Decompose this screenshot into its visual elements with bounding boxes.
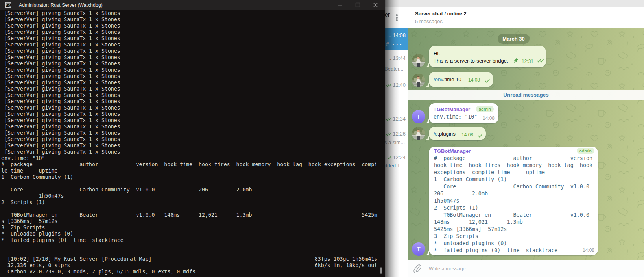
chat-item-time: 12:26 [386,131,406,137]
command-link[interactable]: /c [434,131,437,137]
message-time: 14:08 [468,77,480,83]
telegram-titlebar [384,0,644,7]
check-icon [485,77,490,84]
avatar-user-photo[interactable] [412,127,425,140]
command-prompt-icon: C:\ [5,2,11,9]
message-time: 12:31 [522,59,533,64]
message-time: 14:08 [583,247,594,253]
paperclip-icon[interactable] [413,264,422,275]
chat-list[interactable]: er ... 14:08 #··· .. 13:44 Beater... 12:… [384,7,408,277]
chat-item-time: ... 14:08 [387,32,406,38]
chat-item-preview: Beater... [384,66,403,72]
close-button[interactable] [367,0,384,10]
double-check-icon [386,116,392,122]
message-composer[interactable]: Write a message... [408,260,644,277]
message-mono-block: # package author version hook time hook … [434,155,592,254]
telegram-window: er ... 14:08 #··· .. 13:44 Beater... 12:… [384,0,644,277]
message-bubble[interactable]: /env.time 10 14:08 [429,72,493,87]
message-time: 14:08 [483,115,495,121]
kebab-menu-icon[interactable] [396,14,398,22]
message-text: /env.time 10 [434,76,461,83]
terminal-window: C:\ Administrator: Rust Server (Watchdog… [0,0,385,277]
maximize-button[interactable] [349,0,367,10]
avatar-user-photo[interactable] [412,74,425,87]
chat-title: Server chat / online 2 [415,11,467,17]
date-badge[interactable]: March 30 [498,34,530,44]
message-text: /c.plugins [434,130,456,138]
chat-header[interactable]: Server chat / online 2 5 messages [408,7,644,28]
avatar-bot[interactable]: T [412,242,425,256]
chat-subtitle: 5 messages [415,19,443,24]
admin-badge: admin [476,106,494,112]
check-icon [478,132,483,139]
check-icon [388,155,392,161]
chat-item-preview: s a sim... [384,139,405,145]
chat-item-time: 12:24 [388,154,406,161]
minimize-button[interactable] [331,0,349,10]
bubble-tail [426,59,429,67]
chat-item-time: 12:40 [386,82,406,88]
terminal-output[interactable]: [ServerVar] giving SauraTx 1 x Stones [S… [1,10,377,275]
sender-name[interactable]: TGBotManager [434,106,470,112]
terminal-titlebar[interactable]: C:\ Administrator: Rust Server (Watchdog… [0,0,385,10]
user-photo [412,54,425,67]
terminal-title: Administrator: Rust Server (Watchdog) [19,2,103,8]
unread-messages-bar: Unread messages [408,90,644,100]
pin-icon [513,58,519,65]
avatar-bot[interactable]: T [412,110,425,123]
command-link[interactable]: /env [434,76,443,82]
double-check-icon [386,82,392,88]
message-bubble[interactable]: TGBotManager admin # package author vers… [429,147,598,255]
avatar-user-photo[interactable] [412,54,425,67]
svg-text:C:\: C:\ [6,4,11,7]
chat-area: March 30 Hi. This is a server-to-server … [408,28,644,260]
chat-item-preview: dded T... [384,163,404,169]
message-bubble[interactable]: TGBotManager admin env.time: "10" 14:08 [429,103,498,123]
message-text: Hi. This is a server-to-server bridge. [434,50,508,65]
message-time: 14:08 [461,132,473,138]
chat-item-time: .. 13:44 [389,55,406,61]
admin-badge: admin [577,148,594,154]
message-bubble[interactable]: Hi. This is a server-to-server bridge. 1… [429,46,546,67]
message-input[interactable]: Write a message... [429,266,470,271]
chat-item-preview: #··· [386,41,404,47]
chat-item-time: 12:34 [386,116,406,122]
sender-name[interactable]: TGBotManager [434,148,471,154]
message-mono-text: env.time: "10" [434,114,477,120]
terminal-scrollbar-thumb[interactable] [380,267,382,274]
screen: er ... 14:08 #··· .. 13:44 Beater... 12:… [0,0,644,277]
double-check-icon [386,131,392,137]
chat-list-header-text: er [385,11,390,18]
message-bubble[interactable]: /c.plugins 14:08 [429,127,486,140]
double-check-icon [537,57,544,64]
